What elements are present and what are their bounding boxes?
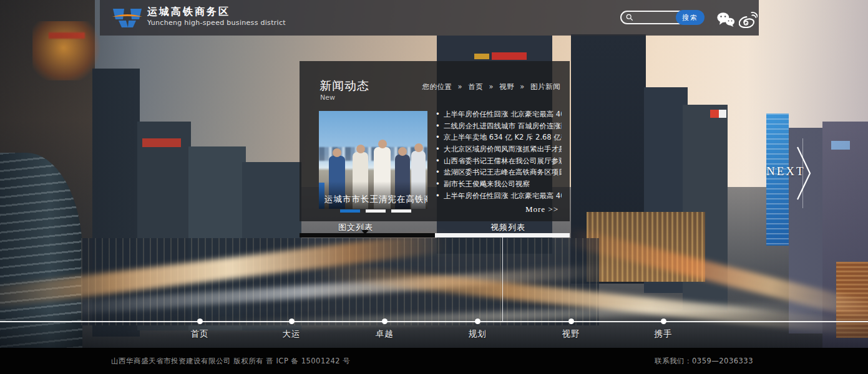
nav-dot bbox=[475, 319, 480, 324]
tab-video-list[interactable]: 视频列表 bbox=[490, 222, 525, 233]
nav-label: 首页 bbox=[162, 328, 237, 340]
search-button[interactable]: 搜索 bbox=[676, 10, 705, 25]
copyright-text: 山西华商盛天省市投资建设有限公司 版权所有 晋 ICP 备 15001242 号 bbox=[111, 357, 350, 366]
nav-label: 规划 bbox=[440, 328, 515, 340]
breadcrumb: 您的位置 » 首页 » 视野 » 图片新闻 bbox=[422, 82, 560, 92]
pager-bar-3[interactable] bbox=[391, 209, 411, 213]
page: 运城高铁商务区 Yuncheng high-speed business dis… bbox=[0, 0, 868, 374]
featured-photo[interactable]: 运城市市长王清宪在高铁商. bbox=[319, 111, 427, 209]
breadcrumb-separator: » bbox=[489, 82, 494, 91]
pager-bar-2[interactable] bbox=[366, 209, 386, 213]
nav-dot bbox=[289, 319, 295, 324]
nav-item-zhuoyue[interactable]: 卓越 bbox=[347, 319, 422, 340]
news-item[interactable]: 盐湖区委书记王志峰在高铁商务区项目建设一线 bbox=[436, 166, 562, 178]
breadcrumb-home[interactable]: 首页 bbox=[468, 82, 483, 91]
featured-caption: 运城市市长王清宪在高铁商. bbox=[324, 194, 427, 205]
news-item[interactable]: 二线房企扎进四线城市 百城房价连涨两个月 bbox=[436, 120, 562, 132]
news-item[interactable]: 大北京区域房价闻风而涨抓紧出手才是关键 bbox=[436, 143, 562, 155]
news-item[interactable]: 京上半年卖地 634 亿 K2 斥 2.68 亿夺大兴地块 bbox=[436, 132, 562, 143]
footer-bar: 山西华商盛天省市投资建设有限公司 版权所有 晋 ICP 备 15001242 号… bbox=[0, 348, 868, 374]
breadcrumb-separator: » bbox=[520, 82, 525, 91]
nav-label: 视野 bbox=[534, 328, 608, 340]
nav-timeline bbox=[0, 321, 868, 322]
tab-underline-light[interactable] bbox=[435, 233, 570, 237]
chevron-right-icon bbox=[794, 143, 815, 203]
nav-item-guihua[interactable]: 规划 bbox=[440, 319, 515, 340]
site-title: 运城高铁商务区 bbox=[147, 6, 230, 19]
nav-dot bbox=[382, 319, 388, 324]
news-item[interactable]: 山西省委书记王儒林在我公司展厅参观考察 bbox=[436, 155, 562, 167]
news-item[interactable]: 副市长王俊飚来我公司视察 bbox=[436, 178, 562, 190]
nav-item-home[interactable]: 首页 bbox=[162, 319, 237, 340]
nav-label: 大运 bbox=[254, 328, 329, 340]
nav-label: 携手 bbox=[626, 328, 701, 340]
nav-item-dayun[interactable]: 大运 bbox=[254, 319, 329, 340]
logo[interactable] bbox=[111, 7, 144, 29]
site-subtitle: Yuncheng high-speed business district bbox=[147, 19, 286, 27]
wechat-icon[interactable] bbox=[716, 12, 735, 27]
tab-nav-connector-line bbox=[502, 237, 503, 322]
contact-text: 联系我们：0359—2036333 bbox=[655, 357, 753, 366]
news-list: 上半年房价任性回涨 北京豪宅最高 40 万／平米 二线房企扎进四线城市 百城房价… bbox=[436, 108, 562, 202]
nav-dot bbox=[568, 319, 574, 324]
breadcrumb-prefix: 您的位置 bbox=[422, 82, 452, 91]
more-link[interactable]: More >> bbox=[525, 204, 558, 214]
panel-title: 新闻动态 bbox=[319, 78, 369, 94]
breadcrumb-vision[interactable]: 视野 bbox=[499, 82, 514, 91]
nav-item-xieshou[interactable]: 携手 bbox=[626, 319, 701, 340]
nav-dot bbox=[197, 319, 203, 324]
nav-label: 卓越 bbox=[347, 328, 422, 340]
photo-pager bbox=[340, 209, 411, 213]
next-slide-control[interactable]: NEXT bbox=[766, 138, 822, 208]
news-panel: 新闻动态 New 您的位置 » 首页 » 视野 » 图片新闻 运城市市长王清宪在… bbox=[300, 61, 570, 221]
nav-item-shiye[interactable]: 视野 bbox=[534, 319, 608, 340]
panel-subtitle: New bbox=[320, 94, 335, 102]
pager-bar-1[interactable] bbox=[340, 209, 360, 213]
logo-mark bbox=[111, 7, 144, 29]
header-bar: 运城高铁商务区 Yuncheng high-speed business dis… bbox=[100, 0, 759, 36]
breadcrumb-photo-news[interactable]: 图片新闻 bbox=[530, 82, 560, 91]
news-item[interactable]: 上半年房价任性回涨 北京豪宅最高 40 万／平米 bbox=[436, 190, 562, 202]
nav-dot bbox=[661, 319, 666, 324]
news-item[interactable]: 上半年房价任性回涨 北京豪宅最高 40 万／平米 bbox=[436, 108, 562, 120]
search-icon bbox=[626, 14, 633, 21]
breadcrumb-separator: » bbox=[458, 82, 463, 91]
weibo-icon[interactable] bbox=[739, 12, 758, 28]
tab-underline-dark[interactable] bbox=[300, 233, 435, 237]
